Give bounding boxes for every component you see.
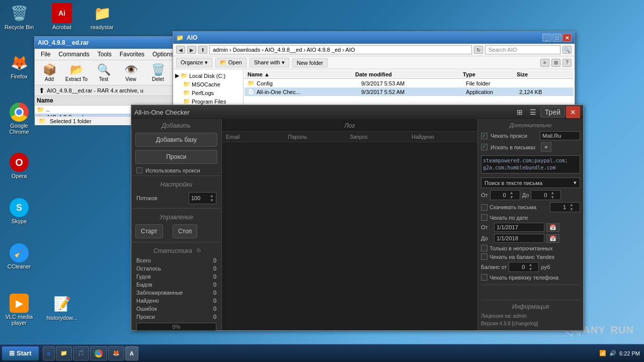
aio-yandex-balance-checkbox[interactable] (481, 253, 488, 260)
aio-download-up[interactable]: ▲ (568, 203, 575, 207)
winrar-extract-btn[interactable]: 📂 Extract To (64, 62, 89, 83)
explorer-organize-btn[interactable]: Organize ▾ (176, 58, 212, 67)
aio-to-spinbox[interactable]: ▲ ▼ (531, 190, 561, 200)
aio-yandex-balance-label: Чекать на баланс Yandex (490, 254, 554, 260)
aio-start-btn[interactable]: Старт (135, 224, 163, 238)
explorer-search-btn[interactable]: 🔍 (562, 46, 572, 54)
explorer-tree-perflogs[interactable]: 📁PerfLogs (175, 88, 241, 97)
explorer-forward-btn[interactable]: ▶ (187, 46, 196, 54)
explorer-view-btn1[interactable]: ≡ (540, 59, 549, 67)
desktop-icon-historydow[interactable]: 📝 historydow... (44, 292, 79, 323)
aio-proxy-btn[interactable]: Прокси (135, 150, 217, 164)
explorer-share-btn[interactable]: Share with ▾ (250, 58, 289, 67)
explorer-view-btn2[interactable]: ⊞ (551, 59, 560, 67)
explorer-back-btn[interactable]: ◀ (176, 46, 185, 54)
aio-search-letters-btn[interactable]: + (541, 142, 552, 152)
aio-log-columns: Email Пароль Запрос Найдено (222, 132, 477, 142)
desktop-icon-ccleaner[interactable]: 🧹 CCleaner (2, 241, 37, 272)
explorer-open-btn[interactable]: 📂 Open (215, 58, 247, 67)
aio-tray-btn[interactable]: Трей (540, 107, 565, 118)
winrar-extract-icon: 📂 (70, 63, 84, 76)
aio-search-mode-label: Поиск в тексте письма (485, 180, 542, 186)
explorer-file-row2[interactable]: 📄 All-in-One Chec... 9/3/2017 5:52 AM Ap… (245, 87, 574, 96)
aio-streams-up[interactable]: ▲ (210, 194, 214, 198)
taskbar-app-chrome[interactable] (90, 346, 107, 360)
aio-from-down[interactable]: ▼ (508, 195, 515, 200)
aio-to-up[interactable]: ▲ (549, 191, 556, 195)
aio-to-down[interactable]: ▼ (549, 195, 556, 200)
taskbar-app-ie[interactable]: e (43, 346, 55, 360)
desktop-icon-firefox[interactable]: 🦊 Firefox (2, 50, 37, 81)
explorer-help-btn[interactable]: ? (562, 59, 572, 67)
desktop-icon-recycle-bin[interactable]: 🗑️ Recycle Bin (2, 1, 37, 32)
aio-phone-checkbox[interactable] (481, 274, 488, 281)
winrar-delete-btn[interactable]: 🗑️ Delet (145, 62, 171, 83)
taskbar-app-aio[interactable]: A (125, 346, 138, 360)
taskbar-app-firefox[interactable]: 🦊 (108, 346, 124, 360)
explorer-addressbar[interactable]: admin › Downloads › AIO_4.9.8__ed › AIO … (209, 45, 472, 54)
aio-balance-input[interactable] (509, 263, 527, 271)
desktop-icon-chrome[interactable]: Google Chrome (2, 101, 37, 137)
aio-search-letters-checkbox[interactable] (481, 144, 488, 150)
winrar-file-up: .. (46, 106, 50, 113)
aio-download-spinbox[interactable]: ▲ ▼ (550, 202, 580, 212)
explorer-file-config[interactable]: 📁 Config 9/3/2017 5:53 AM File folder (245, 79, 574, 87)
aio-from-spinbox[interactable]: ▲ ▼ (490, 190, 520, 200)
winrar-menu-commands[interactable]: Commands (54, 50, 93, 59)
taskbar-app-explorer[interactable]: 📁 (56, 346, 72, 360)
winrar-add-btn[interactable]: 📦 Add (37, 62, 62, 83)
aio-streams-down[interactable]: ▼ (210, 198, 214, 203)
explorer-tree-local-disk[interactable]: ▶📁Local Disk (C:) (175, 71, 241, 80)
explorer-newfolder-btn[interactable]: New folder (292, 58, 328, 67)
aio-balance-spinbox[interactable]: ▲ ▼ (509, 262, 539, 272)
explorer-tree-msocache[interactable]: 📁MSOCache (175, 80, 241, 88)
aio-to-date-input[interactable] (494, 234, 544, 243)
aio-grid-btn[interactable]: ⊞ (514, 107, 526, 117)
aio-balance-down[interactable]: ▼ (527, 267, 534, 272)
winrar-menu-tools[interactable]: Tools (94, 50, 116, 59)
aio-check-date-checkbox[interactable] (481, 214, 488, 221)
aio-streams-input[interactable]: 100 ▲ ▼ (189, 192, 216, 204)
aio-add-base-btn[interactable]: Добавить базу (135, 133, 217, 147)
start-button[interactable]: ⊞ Start (2, 346, 39, 360)
aio-stat-errors-value: 0 (213, 306, 216, 312)
aio-download-down[interactable]: ▼ (568, 207, 575, 212)
aio-stop-btn[interactable]: Стоп (173, 224, 197, 238)
explorer-close-btn[interactable]: ✕ (562, 34, 572, 42)
aio-from-up[interactable]: ▲ (508, 191, 515, 195)
taskbar-app-media[interactable]: 🎵 (73, 346, 89, 360)
aio-use-proxy-checkbox[interactable] (136, 167, 142, 173)
desktop-icon-acrobat[interactable]: Ai Acrobat (44, 1, 79, 32)
aio-to-input[interactable] (531, 191, 549, 199)
aio-from-date-input[interactable] (494, 223, 544, 232)
aio-proxy-service-select[interactable]: Mail.Ru (540, 131, 580, 140)
aio-check-proxy-checkbox[interactable] (481, 133, 488, 139)
aio-sites-textarea[interactable]: steampowered.com;paypal.com; g2a.com;hum… (481, 155, 580, 173)
desktop-icon-readystar[interactable]: 📁 readystar (85, 1, 120, 32)
aio-menu-btn[interactable]: ☰ (527, 107, 539, 117)
aio-download-letters-checkbox[interactable] (481, 204, 488, 211)
winrar-test-btn[interactable]: 🔍 Test (91, 62, 116, 83)
explorer-refresh-btn[interactable]: ↻ (474, 46, 483, 54)
winrar-add-label: Add (45, 76, 54, 82)
aio-unread-checkbox[interactable] (481, 245, 488, 251)
desktop-icon-vlc[interactable]: ▶ VLC media player (2, 292, 37, 328)
aio-balance-up[interactable]: ▲ (527, 262, 534, 267)
desktop-icon-skype[interactable]: S Skype (2, 196, 37, 226)
explorer-search-input[interactable]: Search AIO (485, 45, 560, 54)
aio-from-input[interactable] (491, 191, 508, 199)
explorer-up-btn[interactable]: ⬆ (198, 46, 207, 54)
aio-stat-remaining: Осталось 0 (131, 264, 221, 273)
aio-search-mode-dropdown[interactable]: Поиск в тексте письма ▾ (481, 177, 580, 188)
winrar-view-btn[interactable]: 👁️ View (118, 62, 143, 83)
aio-close-btn[interactable]: ✕ (566, 106, 580, 118)
explorer-minimize-btn[interactable]: _ (542, 34, 551, 42)
winrar-menu-file[interactable]: File (37, 50, 54, 59)
explorer-maximize-btn[interactable]: □ (552, 34, 561, 42)
aio-from-date-calendar-btn[interactable]: 📅 (546, 223, 559, 232)
winrar-menu-favorites[interactable]: Favorites (116, 50, 148, 59)
aio-to-date-calendar-btn[interactable]: 📅 (546, 234, 559, 243)
aio-use-proxy-row: Использовать прокси (131, 165, 221, 175)
aio-download-input[interactable] (550, 203, 568, 211)
desktop-icon-opera[interactable]: O Opera (2, 151, 37, 181)
